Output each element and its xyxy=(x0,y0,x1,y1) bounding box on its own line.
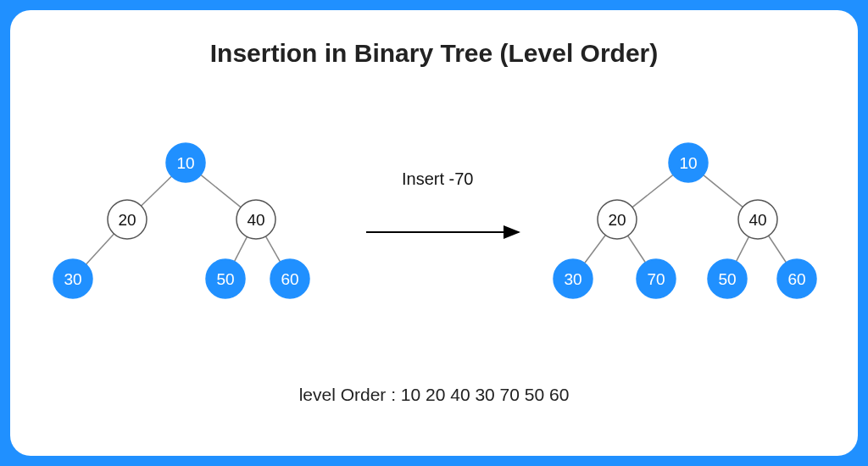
right-node-label-60: 60 xyxy=(787,270,805,288)
left-node-label-30: 30 xyxy=(64,270,81,288)
right-edge xyxy=(704,175,743,208)
left-edge xyxy=(265,236,280,262)
right-node-label-10: 10 xyxy=(679,154,697,172)
right-node-label-20: 20 xyxy=(608,211,626,229)
left-node-label-20: 20 xyxy=(118,211,136,229)
right-edge xyxy=(737,236,749,261)
right-edge xyxy=(769,236,787,263)
diagram-card: Insertion in Binary Tree (Level Order) 1… xyxy=(10,10,858,456)
left-edge xyxy=(235,236,248,261)
caption-prefix: level Order : xyxy=(299,385,401,404)
right-edge xyxy=(628,236,646,263)
right-node-label-50: 50 xyxy=(718,270,736,288)
left-edge xyxy=(86,234,114,264)
right-node-label-40: 40 xyxy=(748,211,766,229)
level-order-caption: level Order : 10 20 40 30 70 50 60 xyxy=(10,385,858,405)
nodes-layer: 10204030506010204030705060 xyxy=(53,143,816,298)
right-node-label-30: 30 xyxy=(564,270,581,288)
left-edge xyxy=(142,176,172,206)
right-edge xyxy=(632,175,673,207)
level-order-values: 10 20 40 30 70 50 60 xyxy=(401,385,570,404)
left-edge xyxy=(201,175,241,207)
left-node-label-50: 50 xyxy=(216,270,234,288)
left-node-label-60: 60 xyxy=(281,270,298,288)
left-node-label-10: 10 xyxy=(176,154,194,172)
right-node-label-70: 70 xyxy=(647,270,665,288)
insert-label: Insert -70 xyxy=(402,169,473,189)
right-edge xyxy=(585,235,606,263)
left-node-label-40: 40 xyxy=(247,211,264,229)
